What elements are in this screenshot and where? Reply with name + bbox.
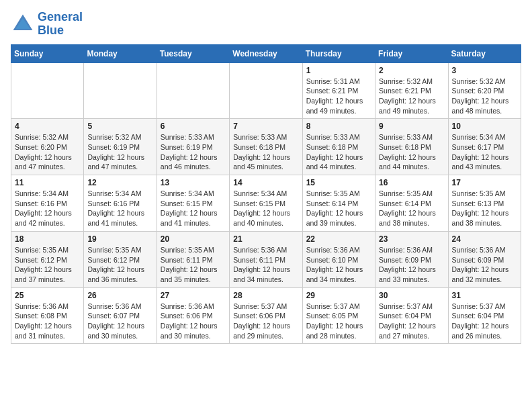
day-number: 4 bbox=[15, 122, 80, 131]
calendar-cell: 31Sunrise: 5:37 AM Sunset: 6:04 PM Dayli… bbox=[448, 287, 521, 344]
calendar-cell: 28Sunrise: 5:37 AM Sunset: 6:06 PM Dayli… bbox=[230, 287, 302, 344]
day-info: Sunrise: 5:36 AM Sunset: 6:08 PM Dayligh… bbox=[15, 302, 80, 341]
calendar-cell: 12Sunrise: 5:34 AM Sunset: 6:16 PM Dayli… bbox=[84, 175, 157, 232]
calendar-cell: 5Sunrise: 5:32 AM Sunset: 6:19 PM Daylig… bbox=[84, 119, 157, 175]
calendar-cell: 2Sunrise: 5:32 AM Sunset: 6:21 PM Daylig… bbox=[375, 62, 448, 119]
day-info: Sunrise: 5:31 AM Sunset: 6:21 PM Dayligh… bbox=[306, 77, 371, 116]
day-number: 14 bbox=[233, 178, 298, 187]
day-info: Sunrise: 5:37 AM Sunset: 6:06 PM Dayligh… bbox=[233, 302, 298, 341]
day-info: Sunrise: 5:32 AM Sunset: 6:21 PM Dayligh… bbox=[379, 77, 444, 116]
calendar-cell: 21Sunrise: 5:36 AM Sunset: 6:11 PM Dayli… bbox=[230, 231, 302, 287]
col-header-tuesday: Tuesday bbox=[157, 44, 229, 62]
calendar-cell bbox=[84, 62, 157, 119]
day-info: Sunrise: 5:37 AM Sunset: 6:05 PM Dayligh… bbox=[306, 302, 371, 341]
day-number: 20 bbox=[161, 234, 226, 244]
day-number: 24 bbox=[452, 234, 517, 244]
calendar-cell: 16Sunrise: 5:35 AM Sunset: 6:14 PM Dayli… bbox=[375, 175, 448, 232]
day-number: 3 bbox=[452, 66, 517, 75]
calendar-cell: 17Sunrise: 5:35 AM Sunset: 6:13 PM Dayli… bbox=[448, 175, 521, 232]
calendar-cell: 11Sunrise: 5:34 AM Sunset: 6:16 PM Dayli… bbox=[11, 175, 84, 232]
calendar-cell: 4Sunrise: 5:32 AM Sunset: 6:20 PM Daylig… bbox=[11, 119, 84, 175]
page-header: General Blue bbox=[11, 11, 521, 38]
calendar-cell: 15Sunrise: 5:35 AM Sunset: 6:14 PM Dayli… bbox=[302, 175, 375, 232]
day-info: Sunrise: 5:34 AM Sunset: 6:16 PM Dayligh… bbox=[15, 189, 80, 228]
col-header-friday: Friday bbox=[375, 44, 448, 62]
day-number: 16 bbox=[379, 178, 444, 187]
day-info: Sunrise: 5:33 AM Sunset: 6:19 PM Dayligh… bbox=[161, 132, 226, 172]
col-header-monday: Monday bbox=[84, 44, 157, 62]
day-number: 11 bbox=[15, 178, 80, 187]
day-number: 21 bbox=[233, 234, 298, 244]
day-info: Sunrise: 5:34 AM Sunset: 6:15 PM Dayligh… bbox=[161, 189, 226, 228]
day-info: Sunrise: 5:35 AM Sunset: 6:12 PM Dayligh… bbox=[87, 245, 152, 285]
day-number: 6 bbox=[161, 122, 226, 131]
day-info: Sunrise: 5:34 AM Sunset: 6:15 PM Dayligh… bbox=[233, 189, 298, 228]
day-number: 1 bbox=[306, 66, 371, 75]
day-number: 30 bbox=[379, 291, 444, 300]
day-info: Sunrise: 5:35 AM Sunset: 6:14 PM Dayligh… bbox=[379, 189, 444, 228]
day-number: 19 bbox=[87, 234, 152, 244]
day-number: 8 bbox=[306, 122, 371, 131]
day-number: 9 bbox=[379, 122, 444, 131]
logo-text: General Blue bbox=[38, 11, 83, 38]
day-info: Sunrise: 5:37 AM Sunset: 6:04 PM Dayligh… bbox=[452, 302, 517, 341]
calendar-cell: 14Sunrise: 5:34 AM Sunset: 6:15 PM Dayli… bbox=[230, 175, 302, 232]
calendar-header-row: SundayMondayTuesdayWednesdayThursdayFrid… bbox=[11, 44, 521, 62]
calendar-cell: 24Sunrise: 5:36 AM Sunset: 6:09 PM Dayli… bbox=[448, 231, 521, 287]
day-info: Sunrise: 5:35 AM Sunset: 6:14 PM Dayligh… bbox=[306, 189, 371, 228]
calendar-cell: 10Sunrise: 5:34 AM Sunset: 6:17 PM Dayli… bbox=[448, 119, 521, 175]
day-number: 5 bbox=[87, 122, 152, 131]
day-info: Sunrise: 5:36 AM Sunset: 6:09 PM Dayligh… bbox=[379, 245, 444, 285]
col-header-saturday: Saturday bbox=[448, 44, 521, 62]
day-info: Sunrise: 5:33 AM Sunset: 6:18 PM Dayligh… bbox=[379, 132, 444, 172]
day-number: 17 bbox=[452, 178, 517, 187]
logo: General Blue bbox=[11, 11, 83, 38]
calendar-week-row: 11Sunrise: 5:34 AM Sunset: 6:16 PM Dayli… bbox=[11, 175, 521, 232]
calendar-week-row: 25Sunrise: 5:36 AM Sunset: 6:08 PM Dayli… bbox=[11, 287, 521, 344]
day-info: Sunrise: 5:32 AM Sunset: 6:20 PM Dayligh… bbox=[15, 132, 80, 172]
calendar-cell: 23Sunrise: 5:36 AM Sunset: 6:09 PM Dayli… bbox=[375, 231, 448, 287]
day-number: 29 bbox=[306, 291, 371, 300]
calendar-cell: 1Sunrise: 5:31 AM Sunset: 6:21 PM Daylig… bbox=[302, 62, 375, 119]
day-info: Sunrise: 5:34 AM Sunset: 6:17 PM Dayligh… bbox=[452, 132, 517, 172]
calendar-cell: 9Sunrise: 5:33 AM Sunset: 6:18 PM Daylig… bbox=[375, 119, 448, 175]
day-number: 23 bbox=[379, 234, 444, 244]
day-number: 22 bbox=[306, 234, 371, 244]
day-info: Sunrise: 5:37 AM Sunset: 6:04 PM Dayligh… bbox=[379, 302, 444, 341]
col-header-wednesday: Wednesday bbox=[230, 44, 302, 62]
day-info: Sunrise: 5:32 AM Sunset: 6:19 PM Dayligh… bbox=[87, 132, 152, 172]
day-number: 7 bbox=[233, 122, 298, 131]
day-number: 15 bbox=[306, 178, 371, 187]
calendar-cell: 22Sunrise: 5:36 AM Sunset: 6:10 PM Dayli… bbox=[302, 231, 375, 287]
day-info: Sunrise: 5:35 AM Sunset: 6:12 PM Dayligh… bbox=[15, 245, 80, 285]
logo-icon bbox=[11, 12, 35, 36]
calendar-cell: 6Sunrise: 5:33 AM Sunset: 6:19 PM Daylig… bbox=[157, 119, 229, 175]
day-info: Sunrise: 5:36 AM Sunset: 6:07 PM Dayligh… bbox=[87, 302, 152, 341]
day-info: Sunrise: 5:36 AM Sunset: 6:11 PM Dayligh… bbox=[233, 245, 298, 285]
day-info: Sunrise: 5:34 AM Sunset: 6:16 PM Dayligh… bbox=[87, 189, 152, 228]
day-number: 27 bbox=[161, 291, 226, 300]
calendar-cell: 18Sunrise: 5:35 AM Sunset: 6:12 PM Dayli… bbox=[11, 231, 84, 287]
day-number: 25 bbox=[15, 291, 80, 300]
calendar-cell: 20Sunrise: 5:35 AM Sunset: 6:11 PM Dayli… bbox=[157, 231, 229, 287]
calendar-cell: 29Sunrise: 5:37 AM Sunset: 6:05 PM Dayli… bbox=[302, 287, 375, 344]
calendar-cell: 27Sunrise: 5:36 AM Sunset: 6:06 PM Dayli… bbox=[157, 287, 229, 344]
calendar-cell: 19Sunrise: 5:35 AM Sunset: 6:12 PM Dayli… bbox=[84, 231, 157, 287]
calendar-cell: 13Sunrise: 5:34 AM Sunset: 6:15 PM Dayli… bbox=[157, 175, 229, 232]
calendar-cell bbox=[157, 62, 229, 119]
day-number: 28 bbox=[233, 291, 298, 300]
day-number: 18 bbox=[15, 234, 80, 244]
day-number: 10 bbox=[452, 122, 517, 131]
day-info: Sunrise: 5:36 AM Sunset: 6:06 PM Dayligh… bbox=[161, 302, 226, 341]
col-header-sunday: Sunday bbox=[11, 44, 84, 62]
calendar-table: SundayMondayTuesdayWednesdayThursdayFrid… bbox=[11, 44, 521, 345]
day-info: Sunrise: 5:35 AM Sunset: 6:11 PM Dayligh… bbox=[161, 245, 226, 285]
calendar-cell: 30Sunrise: 5:37 AM Sunset: 6:04 PM Dayli… bbox=[375, 287, 448, 344]
day-number: 26 bbox=[87, 291, 152, 300]
day-number: 2 bbox=[379, 66, 444, 75]
day-info: Sunrise: 5:35 AM Sunset: 6:13 PM Dayligh… bbox=[452, 189, 517, 228]
calendar-cell: 25Sunrise: 5:36 AM Sunset: 6:08 PM Dayli… bbox=[11, 287, 84, 344]
calendar-cell: 7Sunrise: 5:33 AM Sunset: 6:18 PM Daylig… bbox=[230, 119, 302, 175]
day-number: 12 bbox=[87, 178, 152, 187]
calendar-cell: 8Sunrise: 5:33 AM Sunset: 6:18 PM Daylig… bbox=[302, 119, 375, 175]
